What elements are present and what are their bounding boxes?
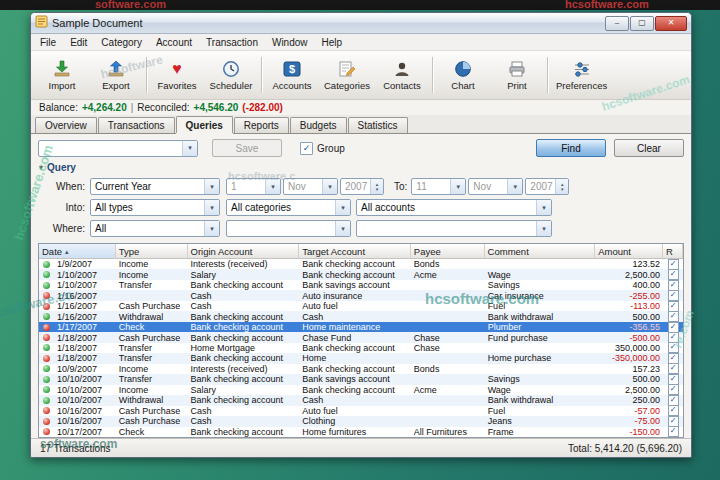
reconciled-checkbox[interactable]: ✓ (668, 426, 679, 437)
toolbar-favorites-button[interactable]: ♥ Favorites (150, 52, 204, 98)
query-expander[interactable]: ▾ Query (39, 161, 691, 174)
where-op-combo[interactable]: ▾ (226, 220, 351, 237)
tab-reports[interactable]: Reports (234, 117, 289, 133)
reconciled-checkbox[interactable]: ✓ (668, 269, 679, 280)
reconciled-checkbox[interactable]: ✓ (668, 322, 679, 333)
find-button[interactable]: Find (536, 139, 606, 157)
where-field-combo[interactable]: All ▾ (90, 220, 220, 237)
table-row[interactable]: 10/10/2007IncomeSalaryBank checking acco… (39, 385, 683, 395)
table-row[interactable]: 1/10/2007TransferBank checking accountBa… (39, 280, 683, 290)
cell-status (39, 282, 54, 289)
toolbar-categories-button[interactable]: Categories (319, 52, 375, 98)
spinner-arrows-icon: ▴▾ (370, 179, 383, 194)
column-header-r[interactable]: R (663, 244, 683, 258)
menu-window[interactable]: Window (265, 36, 315, 49)
maximize-button[interactable]: ▢ (630, 16, 654, 31)
cell-payee: Acme (411, 270, 485, 280)
chevron-down-icon: ▾ (204, 179, 219, 194)
cell-date: 1/10/2007 (54, 270, 116, 280)
table-row[interactable]: 10/10/2007WithdrawalBank checking accoun… (39, 395, 683, 405)
reconciled-checkbox[interactable]: ✓ (668, 290, 679, 301)
column-header-type[interactable]: Type (116, 244, 188, 258)
toolbar-preferences-button[interactable]: Preferences (551, 52, 612, 98)
table-row[interactable]: 1/9/2007IncomeInterests (received)Bank c… (39, 259, 683, 269)
clear-button[interactable]: Clear (614, 139, 684, 157)
reconciled-checkbox[interactable]: ✓ (668, 363, 679, 374)
where-value-combo[interactable]: ▾ (356, 220, 552, 237)
cell-amount: -356.55 (595, 322, 663, 332)
toolbar-export-button[interactable]: Export (89, 52, 143, 98)
toolbar-chart-button[interactable]: Chart (436, 52, 490, 98)
close-button[interactable]: ✕ (655, 16, 687, 31)
menu-transaction[interactable]: Transaction (199, 36, 265, 49)
minimize-button[interactable]: – (605, 16, 629, 31)
to-day-combo[interactable]: 11 ▾ (411, 178, 466, 195)
tab-statistics[interactable]: Statistics (348, 117, 408, 133)
column-header-comment[interactable]: Comment (485, 244, 596, 258)
reconciled-checkbox[interactable]: ✓ (668, 405, 679, 416)
table-row[interactable]: 1/10/2007IncomeSalaryBank checking accou… (39, 269, 683, 279)
column-header-payee[interactable]: Payee (411, 244, 485, 258)
tab-transactions[interactable]: Transactions (98, 117, 175, 133)
table-row[interactable]: 10/10/2007TransferBank checking accountB… (39, 374, 683, 384)
reconciled-checkbox[interactable]: ✓ (668, 259, 679, 270)
table-row[interactable]: 1/17/2007CheckBank checking accountHome … (39, 322, 683, 332)
from-month-combo[interactable]: Nov ▾ (283, 178, 338, 195)
table-row[interactable]: 10/16/2007Cash PurchaseCashClothingJeans… (39, 416, 683, 426)
type-filter-combo[interactable]: All types ▾ (90, 199, 220, 216)
table-row[interactable]: 1/18/2007Cash PurchaseBank checking acco… (39, 332, 683, 342)
reconciled-checkbox[interactable]: ✓ (668, 301, 679, 312)
cell-origin-account: Bank checking account (188, 333, 300, 343)
when-preset-combo[interactable]: Current Year ▾ (90, 178, 220, 195)
reconciled-checkbox[interactable]: ✓ (668, 374, 679, 385)
table-row[interactable]: 10/17/2007CheckBank checking accountHome… (39, 427, 683, 437)
column-header-target-account[interactable]: Target Account (299, 244, 411, 258)
table-row[interactable]: 1/18/2007TransferBank checking accountHo… (39, 353, 683, 363)
toolbar-contacts-button[interactable]: Contacts (375, 52, 429, 98)
account-filter-combo[interactable]: All accounts ▾ (356, 199, 552, 216)
table-row[interactable]: 1/18/2007TransferHome MortgageBank check… (39, 343, 683, 353)
reconciled-checkbox[interactable]: ✓ (668, 332, 679, 343)
toolbar-scheduler-button[interactable]: Scheduler (204, 52, 258, 98)
tab-overview[interactable]: Overview (35, 117, 97, 133)
column-header-date[interactable]: Date▴ (39, 244, 116, 258)
clock-icon (221, 59, 241, 79)
category-filter-combo[interactable]: All categories ▾ (226, 199, 351, 216)
reconciled-checkbox[interactable]: ✓ (668, 416, 679, 427)
title-bar[interactable]: Sample Document – ▢ ✕ (31, 13, 691, 34)
table-row[interactable]: 10/16/2007Cash PurchaseCashAuto fuelFuel… (39, 406, 683, 416)
table-row[interactable]: 1/16/2007Cash PurchaseCashAuto fuelFuel-… (39, 301, 683, 311)
reconciled-checkbox[interactable]: ✓ (668, 280, 679, 291)
to-month-combo[interactable]: Nov ▾ (468, 178, 523, 195)
menu-category[interactable]: Category (94, 36, 149, 49)
menu-edit[interactable]: Edit (63, 36, 94, 49)
column-header-origin-account[interactable]: Origin Account (188, 244, 300, 258)
reconciled-checkbox[interactable]: ✓ (668, 342, 679, 353)
menu-file[interactable]: File (33, 36, 63, 49)
reconciled-checkbox[interactable]: ✓ (668, 311, 679, 322)
to-year-spinner[interactable]: 2007 ▴▾ (525, 178, 569, 195)
toolbar-print-button[interactable]: Print (490, 52, 544, 98)
table-row[interactable]: 10/9/2007IncomeInterests (received)Bank … (39, 364, 683, 374)
tab-budgets[interactable]: Budgets (290, 117, 347, 133)
saved-query-combo[interactable]: ▾ (38, 140, 198, 157)
from-day-combo[interactable]: 1 ▾ (226, 178, 281, 195)
menu-help[interactable]: Help (315, 36, 350, 49)
toolbar-accounts-button[interactable]: $ Accounts (265, 52, 319, 98)
sliders-icon (572, 59, 592, 79)
table-row[interactable]: 1/16/2007CashAuto insuranceCar insurance… (39, 290, 683, 300)
into-label: Into: (31, 202, 85, 213)
from-year-spinner[interactable]: 2007 ▴▾ (340, 178, 384, 195)
reconciled-checkbox[interactable]: ✓ (668, 384, 679, 395)
column-header-amount[interactable]: Amount (595, 244, 663, 258)
reconciled-checkbox[interactable]: ✓ (668, 353, 679, 364)
toolbar-import-button[interactable]: Import (35, 52, 89, 98)
group-checkbox[interactable]: ✓ Group (300, 142, 345, 155)
table-row[interactable]: 1/16/2007WithdrawalBank checking account… (39, 311, 683, 321)
save-button[interactable]: Save (212, 139, 282, 157)
menu-account[interactable]: Account (149, 36, 199, 49)
cell-date: 10/9/2007 (54, 364, 116, 374)
reconciled-checkbox[interactable]: ✓ (668, 395, 679, 406)
tab-queries[interactable]: Queries (176, 116, 233, 133)
cell-target-account: Cash (299, 312, 411, 322)
